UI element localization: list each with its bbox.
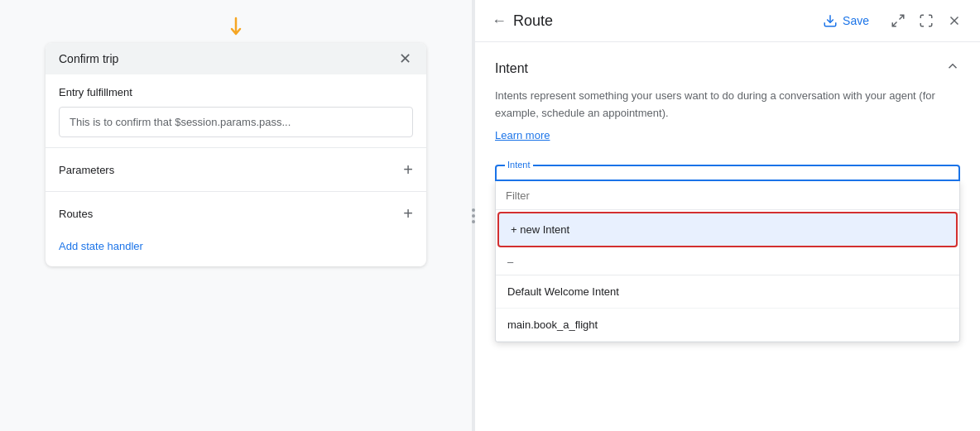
intent-section-header: Intent	[495, 59, 960, 78]
add-state-handler-section: Add state handler	[46, 232, 426, 253]
confirm-card-close-button[interactable]: ✕	[397, 51, 413, 66]
save-label: Save	[843, 14, 869, 27]
parameters-label: Parameters	[59, 164, 114, 176]
back-arrow-icon: ←	[492, 12, 507, 30]
parameters-add-button[interactable]: +	[403, 161, 413, 178]
confirm-card: Confirm trip ✕ Entry fulfillment This is…	[46, 43, 426, 266]
save-button[interactable]: Save	[816, 10, 876, 31]
intent-dropdown-container: Intent + new Intent – Default Welcome In…	[495, 165, 960, 342]
resize-icon	[919, 13, 934, 28]
drag-handle[interactable]	[472, 208, 475, 223]
learn-more-link[interactable]: Learn more	[495, 129, 550, 141]
entry-fulfillment-section: Entry fulfillment This is to confirm tha…	[46, 74, 426, 144]
intent-section-title: Intent	[495, 61, 528, 76]
routes-add-button[interactable]: +	[403, 205, 413, 222]
entry-fulfillment-label: Entry fulfillment	[59, 86, 413, 98]
filter-input[interactable]	[506, 189, 949, 202]
intent-description: Intents represent something your users w…	[495, 88, 960, 122]
collapse-intent-button[interactable]	[945, 59, 960, 78]
new-intent-item[interactable]: + new Intent	[497, 212, 958, 247]
add-state-handler-button[interactable]: Add state handler	[59, 240, 143, 252]
expand-icon	[891, 13, 906, 28]
divider-2	[46, 191, 426, 192]
save-icon	[823, 13, 838, 28]
intent-list-item-0[interactable]: Default Welcome Intent	[496, 275, 959, 309]
back-button[interactable]: ←	[492, 12, 507, 30]
intent-field-label: Intent	[505, 160, 533, 170]
route-title: Route	[513, 12, 809, 30]
routes-row: Routes +	[46, 195, 426, 232]
routes-label: Routes	[59, 208, 93, 220]
resize-button[interactable]	[917, 12, 935, 30]
intent-separator: –	[496, 249, 959, 275]
close-icon	[947, 13, 962, 28]
panel-divider	[472, 0, 475, 431]
close-button[interactable]	[945, 12, 963, 30]
filter-row	[496, 181, 959, 210]
route-header: ← Route Save	[475, 0, 980, 42]
header-icons	[889, 12, 963, 30]
down-arrow-icon	[229, 17, 243, 36]
left-panel: Confirm trip ✕ Entry fulfillment This is…	[0, 0, 472, 431]
intent-list-item-1[interactable]: main.book_a_flight	[496, 309, 959, 342]
parameters-row: Parameters +	[46, 151, 426, 188]
expand-button[interactable]	[889, 12, 907, 30]
intent-field[interactable]: Intent	[495, 165, 960, 181]
confirm-card-title: Confirm trip	[59, 52, 118, 65]
route-content: Intent Intents represent something your …	[475, 42, 980, 431]
svg-line-2	[892, 22, 896, 26]
svg-line-1	[900, 15, 904, 19]
confirm-card-header: Confirm trip ✕	[46, 43, 426, 74]
intent-dropdown: + new Intent – Default Welcome Intent ma…	[495, 181, 960, 342]
right-panel: ← Route Save	[475, 0, 980, 431]
divider-1	[46, 147, 426, 148]
entry-fulfillment-value[interactable]: This is to confirm that $session.params.…	[59, 107, 413, 137]
